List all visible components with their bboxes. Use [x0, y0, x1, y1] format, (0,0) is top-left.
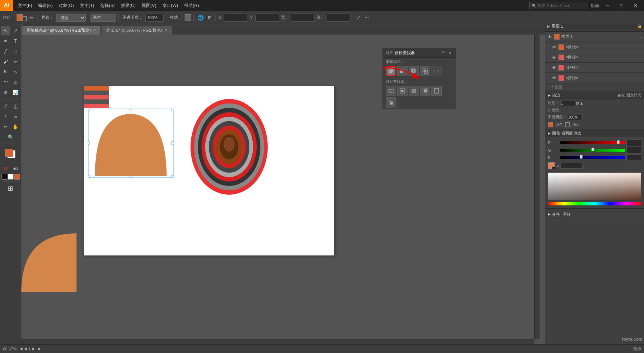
menu-view[interactable]: 视图(V): [139, 0, 159, 11]
transparency-tab[interactable]: 透明度: [562, 131, 573, 136]
pf-exclude-btn[interactable]: [420, 66, 430, 76]
expand-icon[interactable]: ▶: [547, 24, 550, 28]
toolbar-path-icon[interactable]: 路径: [1, 13, 12, 22]
color-preview-swatch[interactable]: [548, 162, 555, 169]
type-tool[interactable]: T: [11, 36, 20, 46]
column-graph-tool[interactable]: 📊: [11, 88, 20, 97]
pf-minus-back-btn[interactable]: [386, 97, 396, 107]
stroke-preview-swatch[interactable]: [552, 166, 555, 169]
align-icon[interactable]: ⊞: [206, 13, 213, 22]
pf-outline-btn[interactable]: [431, 86, 442, 96]
pen-tool[interactable]: ✒: [1, 36, 10, 46]
tab-1[interactable]: 尝试.ai* @ 66.67% (RGB/预览) ✕: [102, 26, 172, 35]
rect-tool[interactable]: □: [11, 46, 20, 56]
color-mode-btn[interactable]: ■□: [11, 163, 20, 173]
hex-input[interactable]: e38052: [561, 163, 583, 169]
pf-expand-btn[interactable]: 扩展: [431, 66, 442, 76]
menu-object[interactable]: 对象(O): [56, 0, 77, 11]
stroke-dropdown[interactable]: 描边:: [56, 14, 86, 22]
fill-indicator[interactable]: [548, 122, 553, 127]
tab-0[interactable]: 彩虹线条.ai* @ 66.67% (RGB/预览) ✕: [22, 26, 101, 35]
next-page-btn[interactable]: ▶: [38, 346, 41, 351]
paintbrush-tool[interactable]: 🖌: [1, 57, 10, 66]
x-input[interactable]: 259.367: [224, 14, 248, 22]
w-input[interactable]: 409.667: [291, 14, 315, 22]
symbol-sprayer-tool[interactable]: ⊛: [1, 88, 10, 97]
layer-eye-3[interactable]: 👁: [551, 54, 557, 60]
layer-eye-5[interactable]: 👁: [551, 75, 557, 81]
y-input[interactable]: 322.786: [255, 14, 279, 22]
pf-intersect-btn[interactable]: [409, 66, 419, 76]
color-header[interactable]: ▶ 颜色 透明度 渐变: [545, 129, 644, 137]
free-transform-tool[interactable]: ⊡: [11, 77, 20, 87]
layer-eye-2[interactable]: 👁: [551, 44, 557, 50]
pf-close-icon[interactable]: ✕: [447, 50, 453, 56]
menu-file[interactable]: 文件(F): [15, 0, 35, 11]
hue-bar[interactable]: [548, 202, 641, 205]
menu-edit[interactable]: 编辑(E): [35, 0, 56, 11]
fill-black-swatch[interactable]: [1, 174, 7, 180]
tab-close-1[interactable]: ✕: [164, 28, 167, 32]
line-tool[interactable]: ╱: [1, 46, 10, 56]
b-slider[interactable]: [560, 156, 625, 159]
h-input[interactable]: 297.081: [327, 14, 351, 22]
menu-help[interactable]: 帮助(H): [181, 0, 202, 11]
scissors-tool[interactable]: ✂: [1, 122, 10, 131]
appearance-tab-2[interactable]: 图形样式: [626, 93, 641, 98]
menu-select[interactable]: 选择(S): [97, 0, 118, 11]
pencil-tool[interactable]: ✏: [11, 57, 20, 66]
artboard-tool[interactable]: ⊞: [6, 184, 15, 193]
gradient-tool[interactable]: ◫: [11, 101, 20, 111]
r-input[interactable]: 227: [626, 140, 641, 146]
char-title[interactable]: 字符: [563, 212, 570, 217]
style-swatch[interactable]: [185, 14, 191, 21]
pf-unite-btn[interactable]: [386, 66, 396, 76]
selection-tool[interactable]: ↖: [1, 26, 10, 35]
maximize-button[interactable]: □: [616, 0, 627, 11]
fill-white-swatch[interactable]: [8, 174, 14, 180]
opacity-input-panel[interactable]: [568, 114, 583, 120]
transform-icon[interactable]: ⤢: [355, 13, 362, 22]
gradient-tab[interactable]: 渐变: [574, 131, 581, 136]
eyedropper-tool[interactable]: 🖱: [1, 112, 10, 121]
pencil-icon[interactable]: ✏: [28, 13, 35, 22]
opacity-input[interactable]: [145, 14, 164, 22]
pf-align-label[interactable]: 对齐: [386, 50, 393, 56]
pf-divide-btn[interactable]: [386, 86, 396, 96]
appearance-header[interactable]: ▶ 描边 色板 图形样式: [545, 91, 644, 99]
blend-tool[interactable]: ∞: [11, 112, 20, 121]
appearance-tab-1[interactable]: 色板: [618, 93, 625, 98]
menu-window[interactable]: 窗口(W): [159, 0, 181, 11]
zoom-level[interactable]: 66.67%: [3, 347, 17, 351]
basic-btn[interactable]: 基本: [90, 14, 116, 22]
close-button[interactable]: ✕: [630, 0, 641, 11]
transform-header[interactable]: ▶ 变换 字符: [548, 210, 641, 218]
stroke-indicator[interactable]: [565, 122, 570, 127]
pf-crop-btn[interactable]: [420, 86, 430, 96]
g-input[interactable]: 128: [626, 147, 641, 153]
warp-tool[interactable]: 〜: [1, 77, 10, 87]
vertical-scrollbar[interactable]: [534, 35, 540, 339]
mesh-tool[interactable]: #: [1, 101, 10, 111]
menu-text[interactable]: 文字(T): [77, 0, 97, 11]
foreground-color[interactable]: [5, 149, 13, 157]
canvas-area[interactable]: [21, 35, 540, 344]
rotate-tool[interactable]: ↻: [1, 67, 10, 77]
b-input[interactable]: 82: [626, 154, 641, 161]
stroke-color-swatch[interactable]: [22, 16, 27, 21]
hand-tool[interactable]: ✋: [11, 122, 20, 131]
r-slider[interactable]: [560, 141, 625, 144]
pf-merge-btn[interactable]: [409, 86, 419, 96]
minimize-button[interactable]: ─: [602, 0, 613, 11]
scale-tool[interactable]: ⤡: [11, 67, 20, 77]
prev-page-btn[interactable]: ◀: [19, 346, 22, 351]
color-gradient-area[interactable]: [548, 173, 641, 200]
fill-orange-swatch[interactable]: [14, 174, 20, 180]
layer-eye-4[interactable]: 👁: [551, 65, 557, 71]
pf-minus-front-btn[interactable]: [397, 66, 408, 76]
adobe-stock-search[interactable]: 🔍 搜索 Adobe Stock: [529, 2, 588, 9]
direct-selection-tool[interactable]: ↗: [11, 26, 20, 35]
pf-trim-btn[interactable]: [397, 86, 408, 96]
prev-btn[interactable]: ◀: [24, 346, 27, 351]
g-slider[interactable]: [560, 149, 625, 152]
